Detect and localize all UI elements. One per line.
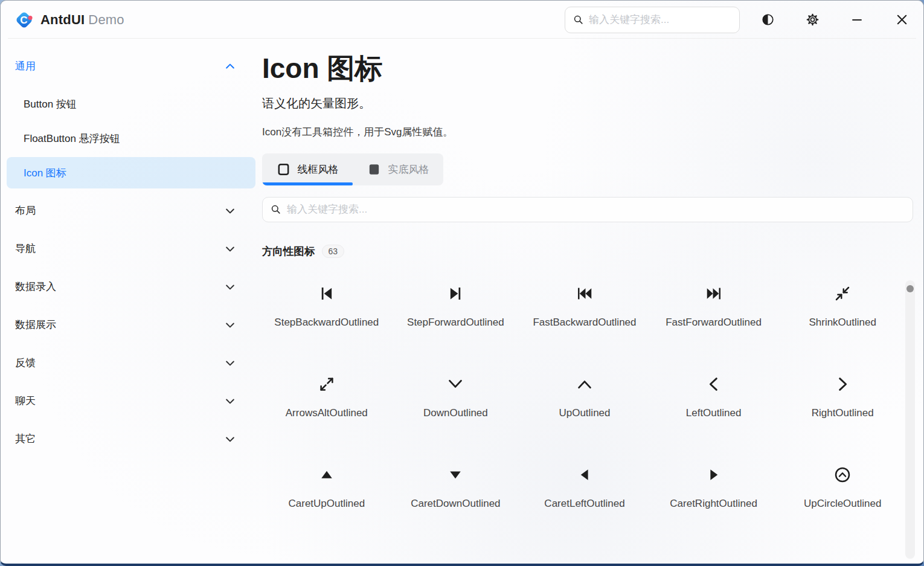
sidebar-item-icon[interactable]: Icon 图标	[7, 157, 255, 188]
chevron-down-icon	[224, 357, 236, 369]
titlebar: C AntdUIDemo	[1, 1, 923, 39]
icon-card-label: UpOutlined	[559, 407, 610, 419]
icon-card-right[interactable]: RightOutlined	[778, 350, 907, 441]
icon-card-label: UpCircleOutlined	[804, 498, 882, 510]
shrink-icon	[833, 284, 852, 303]
caret-up-icon	[318, 465, 336, 484]
section-header: 方向性图标 63	[262, 244, 914, 259]
caret-down-icon	[446, 465, 464, 484]
icon-card-label: RightOutlined	[812, 407, 874, 419]
sidebar-group-label: 布局	[15, 204, 224, 217]
chevron-down-icon	[224, 395, 236, 407]
up-circle-icon	[833, 465, 852, 484]
icon-card-up-circle[interactable]: UpCircleOutlined	[778, 441, 907, 532]
sidebar-group-layout[interactable]: 布局	[1, 191, 260, 230]
icon-card-shrink[interactable]: ShrinkOutlined	[778, 260, 907, 350]
icon-card-down[interactable]: DownOutlined	[391, 350, 521, 441]
icon-card-caret-down[interactable]: CaretDownOutlined	[391, 441, 521, 532]
icon-card-fast-forward[interactable]: FastForwardOutlined	[649, 260, 778, 350]
icon-card-step-forward[interactable]: StepForwardOutlined	[391, 260, 521, 350]
icon-card-up[interactable]: UpOutlined	[520, 350, 649, 441]
app-logo-icon: C	[14, 10, 34, 30]
caret-right-icon	[705, 465, 723, 484]
icon-card-label: CaretLeftOutlined	[544, 498, 624, 510]
icon-card-label: ShrinkOutlined	[809, 317, 876, 329]
tab-filled-style[interactable]: 实底风格	[353, 153, 443, 185]
active-tab-underline	[262, 182, 353, 185]
sidebar-group-navigation[interactable]: 导航	[1, 230, 260, 268]
minimize-icon[interactable]	[845, 8, 869, 32]
section-title: 方向性图标	[262, 244, 315, 259]
step-forward-icon	[446, 284, 464, 303]
titlebar-search[interactable]	[565, 7, 740, 33]
icon-card-caret-right[interactable]: CaretRightOutlined	[649, 441, 778, 532]
icon-card-label: CaretDownOutlined	[411, 498, 500, 510]
style-tabs: 线框风格 实底风格	[262, 153, 443, 185]
sidebar-group-feedback[interactable]: 反馈	[1, 344, 260, 382]
sidebar-group-data-display[interactable]: 数据展示	[1, 306, 260, 344]
icon-card-left[interactable]: LeftOutlined	[649, 350, 778, 441]
icon-card-step-backward[interactable]: StepBackwardOutlined	[262, 260, 391, 350]
close-icon[interactable]	[890, 8, 914, 32]
icon-search[interactable]	[262, 197, 913, 222]
titlebar-search-input[interactable]	[589, 14, 732, 26]
scrollbar-thumb[interactable]	[906, 285, 914, 292]
down-icon	[446, 375, 464, 394]
chevron-down-icon	[224, 281, 236, 293]
icon-card-label: LeftOutlined	[686, 407, 742, 419]
app-title-suffix: Demo	[88, 12, 124, 27]
fast-backward-icon	[576, 284, 594, 303]
chevron-down-icon	[224, 243, 236, 255]
icon-card-label: DownOutlined	[423, 407, 488, 419]
chevron-down-icon	[224, 319, 236, 331]
sidebar-group-general[interactable]: 通用	[1, 47, 260, 85]
sidebar-item-button[interactable]: Button 按钮	[7, 88, 255, 120]
sidebar-group-label: 通用	[15, 59, 224, 73]
icon-count-badge: 63	[322, 245, 345, 258]
tab-label: 实底风格	[388, 162, 429, 176]
tab-label: 线框风格	[298, 162, 339, 176]
icon-card-caret-up[interactable]: CaretUpOutlined	[262, 441, 391, 532]
step-backward-icon	[318, 284, 336, 303]
left-icon	[705, 375, 723, 394]
icon-card-caret-left[interactable]: CaretLeftOutlined	[520, 441, 649, 532]
sidebar-group-label: 数据展示	[15, 318, 224, 332]
up-icon	[576, 375, 594, 394]
sidebar-group-label: 反馈	[15, 356, 224, 370]
theme-contrast-icon[interactable]	[756, 8, 780, 32]
icon-card-label: FastBackwardOutlined	[533, 317, 636, 329]
settings-gear-icon[interactable]	[800, 8, 824, 32]
sidebar-group-label: 其它	[15, 432, 224, 446]
tab-outlined-style[interactable]: 线框风格	[262, 153, 353, 185]
fast-forward-icon	[705, 284, 723, 303]
filled-square-icon	[367, 162, 381, 176]
right-icon	[833, 375, 852, 394]
sidebar-group-label: 聊天	[15, 394, 224, 408]
sidebar-item-label: Button 按钮	[24, 97, 77, 111]
sidebar-item-float-button[interactable]: FloatButton 悬浮按钮	[7, 123, 255, 154]
page-description: Icon没有工具箱控件，用于Svg属性赋值。	[262, 125, 914, 139]
sidebar-item-label: FloatButton 悬浮按钮	[24, 132, 120, 146]
sidebar-group-label: 数据录入	[15, 280, 224, 294]
app-title: AntdUIDemo	[40, 12, 124, 28]
sidebar: 通用 Button 按钮FloatButton 悬浮按钮Icon 图标布局 导航…	[1, 39, 260, 564]
icon-card-label: ArrowsAltOutlined	[286, 407, 368, 419]
search-icon	[573, 14, 584, 25]
app-name: AntdUI	[40, 12, 85, 27]
arrows-alt-icon	[318, 375, 336, 394]
search-icon	[270, 204, 281, 215]
page-title: Icon 图标	[262, 53, 914, 85]
sidebar-item-label: Icon 图标	[24, 166, 66, 180]
icon-card-arrows-alt[interactable]: ArrowsAltOutlined	[262, 350, 391, 441]
app-window: C AntdUIDemo	[0, 0, 924, 566]
sidebar-group-other[interactable]: 其它	[1, 420, 260, 458]
sidebar-group-data-entry[interactable]: 数据录入	[1, 268, 260, 306]
icon-grid: StepBackwardOutlinedStepForwardOutlinedF…	[262, 260, 907, 532]
sidebar-group-chat[interactable]: 聊天	[1, 382, 260, 420]
vertical-scrollbar[interactable]	[905, 280, 915, 559]
icon-card-fast-backward[interactable]: FastBackwardOutlined	[520, 260, 649, 350]
icon-search-input[interactable]	[287, 204, 905, 216]
main-content: Icon 图标 语义化的矢量图形。 Icon没有工具箱控件，用于Svg属性赋值。…	[260, 39, 923, 564]
outlined-square-icon	[277, 162, 290, 176]
caret-left-icon	[576, 465, 594, 484]
